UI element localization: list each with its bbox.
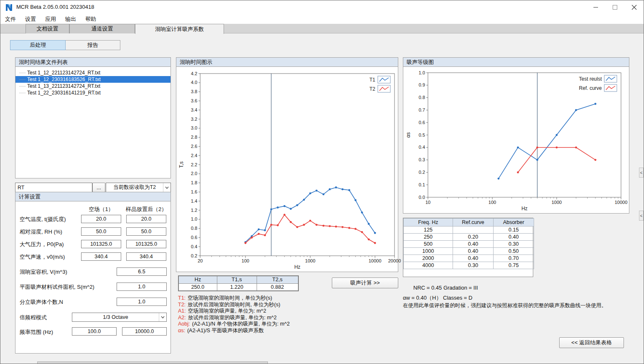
window-title: MCR Beta 2.05.0.001 20230418 — [16, 4, 94, 10]
octave-mode-combo[interactable]: 1/3 Octave — [72, 313, 167, 322]
readout-hz-value: 250.0 — [178, 283, 217, 291]
rt-notes: T1:空场混响室的混响时间，单位为秒(s) T2:放试件后混响室的混响时间, 单… — [178, 295, 290, 334]
main-tab-strip: 文档设置 通道设置 混响室计算吸声系数 — [0, 24, 644, 33]
maximize-button[interactable] — [605, 0, 624, 14]
svg-text:0.5: 0.5 — [419, 132, 425, 137]
svg-text:0.4: 0.4 — [191, 244, 197, 249]
title-bar: MCR Beta 2.05.0.001 20230418 — [0, 0, 644, 14]
chevron-left-icon: < — [640, 214, 643, 218]
room-volume-label: 混响室容积, V(m^3) — [20, 268, 67, 276]
cell-ref: 0.40 — [453, 255, 494, 262]
svg-text:0.8: 0.8 — [419, 95, 425, 100]
note-line: A2:放试件后混响室的吸声量, 单位为: m^2 — [178, 315, 290, 321]
close-button[interactable] — [624, 0, 644, 14]
octave-mode-value: 1/3 Octave — [72, 313, 159, 321]
grade-header-absorber: Absorber — [494, 219, 534, 227]
cell-freq: 500 — [404, 241, 453, 248]
svg-text:1.6: 1.6 — [191, 189, 197, 194]
freq-range-label: 频率范围 (Hz) — [20, 328, 53, 336]
svg-text:0.3: 0.3 — [419, 157, 425, 162]
sample-area-label: 平面吸声材料试件面积, S(m^2) — [20, 283, 94, 291]
col-header-empty-room: 空场（1） — [81, 206, 121, 213]
svg-text:4.2: 4.2 — [191, 71, 197, 76]
cell-freq: 4000 — [404, 262, 453, 269]
pressure-input-2[interactable] — [126, 240, 166, 248]
absorption-calc-button[interactable]: 吸声计算 >> — [332, 277, 398, 288]
grade-chart-panel: 吸声等级图 0.00.10.20.30.40.50.60.70.80.91.01… — [403, 57, 629, 214]
air-temp-input-1[interactable] — [81, 215, 121, 223]
svg-text:0.6: 0.6 — [419, 120, 425, 125]
tab-reverb-absorption[interactable]: 混响室计算吸声系数 — [135, 24, 224, 34]
browse-button[interactable]: ... — [92, 183, 105, 192]
file-list-item[interactable]: Test 1_13_221123142724_RT.txt — [15, 83, 171, 89]
svg-text:T2: T2 — [369, 86, 375, 92]
note-key-a1: A1: — [178, 308, 186, 314]
sound-speed-input-2[interactable] — [126, 252, 166, 261]
humidity-input-2[interactable] — [126, 227, 166, 236]
file-list-item-selected[interactable]: Test 1_12_230316183526_RT.txt — [15, 76, 171, 83]
chevron-left-icon: < — [640, 171, 643, 175]
menu-file[interactable]: 文件 — [0, 14, 20, 24]
data-mode-combo[interactable]: 当前数据读取为T2 — [106, 183, 171, 192]
sample-area-input[interactable] — [117, 283, 167, 291]
readout-header-t1: T1,s — [217, 276, 257, 283]
cell-freq: 2000 — [404, 255, 453, 262]
cell-absorber: 0.75 — [494, 262, 534, 269]
file-list-item[interactable]: Test 1_22_230316141219_RT.txt — [15, 89, 171, 96]
svg-text:1.4: 1.4 — [191, 199, 197, 204]
svg-text:20: 20 — [198, 258, 203, 263]
note-key-t2: T2: — [178, 302, 186, 308]
note-key-alphas: αs: — [178, 328, 185, 333]
rt-chart-title: 混响时间图示 — [176, 58, 398, 67]
grade-chart-title: 吸声等级图 — [403, 58, 629, 67]
svg-text:3.2: 3.2 — [191, 117, 197, 122]
svg-text:αs: αs — [405, 132, 411, 138]
chevron-down-icon — [159, 313, 166, 321]
tab-channel-settings[interactable]: 通道设置 — [69, 24, 135, 33]
rt-chart[interactable]: 0.20.40.60.81.01.21.41.61.82.02.22.42.62… — [176, 67, 398, 272]
file-list-item[interactable]: Test 1_12_221123142724_RT.txt — [15, 69, 171, 76]
freq-max-input[interactable] — [122, 327, 167, 336]
table-row: 2500.200.40 — [404, 234, 534, 241]
sound-speed-input-1[interactable] — [81, 252, 121, 261]
table-row: 40000.300.75 — [404, 262, 534, 269]
collapse-panel-handle-bottom[interactable]: < — [639, 211, 644, 221]
minimize-button[interactable] — [586, 0, 605, 14]
room-volume-input[interactable] — [117, 267, 167, 276]
humidity-input-1[interactable] — [81, 227, 121, 236]
subtab-postprocess[interactable]: 后处理 — [10, 40, 66, 50]
rt-readout-table: Hz T1,s T2,s 250.0 1.220 0.882 — [178, 275, 299, 291]
subtab-report[interactable]: 报告 — [65, 40, 120, 50]
svg-text:2.8: 2.8 — [191, 135, 197, 140]
note-line: αs:(A2-A1)/S 平面吸声体的吸声系数 — [178, 328, 290, 334]
back-to-results-button[interactable]: << 返回结果表格 — [559, 337, 624, 348]
absorber-count-input[interactable] — [117, 298, 167, 306]
menu-apply[interactable]: 应用 — [41, 14, 61, 24]
rt-suffix-input[interactable] — [15, 183, 92, 192]
menu-output[interactable]: 输出 — [61, 14, 81, 24]
svg-text:0.9: 0.9 — [419, 82, 425, 87]
collapse-panel-handle-top[interactable]: < — [639, 168, 644, 178]
air-temp-input-2[interactable] — [126, 215, 166, 223]
svg-text:20000: 20000 — [388, 258, 401, 263]
svg-text:10: 10 — [425, 200, 430, 205]
menu-help[interactable]: 帮助 — [81, 14, 101, 24]
cell-absorber: 0.30 — [494, 241, 534, 248]
note-text: 空场混响室的混响时间，单位为秒(s) — [188, 295, 272, 301]
pressure-input-1[interactable] — [81, 240, 121, 248]
svg-text:0.2: 0.2 — [419, 170, 425, 175]
menu-settings[interactable]: 设置 — [20, 14, 41, 24]
note-text: 空场混响室的吸声量, 单位为: m^2 — [188, 308, 266, 314]
tab-document-settings[interactable]: 文档设置 — [25, 24, 69, 33]
grade-chart[interactable]: 0.00.10.20.30.40.50.60.70.80.91.01010010… — [403, 67, 629, 213]
horizontal-scrollbar[interactable] — [37, 361, 268, 364]
svg-text:1000: 1000 — [552, 200, 562, 205]
close-icon — [632, 5, 636, 10]
cell-ref: 0.20 — [453, 234, 494, 241]
humidity-label: 相对湿度, RH (%) — [20, 228, 62, 236]
minimize-icon — [593, 5, 598, 10]
freq-min-input[interactable] — [72, 327, 117, 336]
rt-chart-panel: 混响时间图示 0.20.40.60.81.01.21.41.61.82.02.2… — [176, 57, 398, 272]
cell-absorber: 0.40 — [494, 234, 534, 241]
nrc-result-text: NRC = 0.45 Gradation = III — [413, 285, 478, 291]
